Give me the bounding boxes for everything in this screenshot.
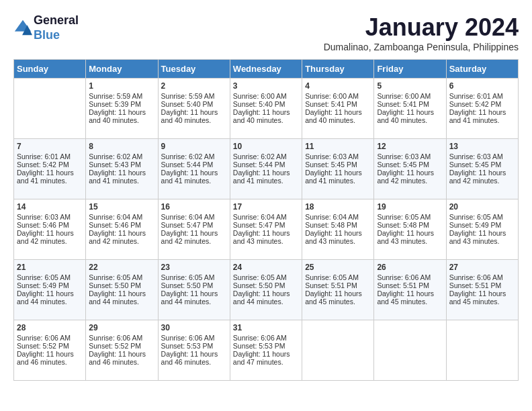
sunset-text: Sunset: 5:47 PM xyxy=(233,221,299,229)
sunset-text: Sunset: 5:44 PM xyxy=(233,161,299,169)
calendar-cell: 31Sunrise: 6:06 AMSunset: 5:53 PMDayligh… xyxy=(230,320,302,381)
sunrise-text: Sunrise: 6:02 AM xyxy=(233,152,299,161)
day-number: 19 xyxy=(377,202,443,212)
calendar-week-row: 21Sunrise: 6:05 AMSunset: 5:49 PMDayligh… xyxy=(14,260,519,320)
day-number: 29 xyxy=(89,323,154,332)
daylight-text: Daylight: 11 hours and 45 minutes. xyxy=(377,289,443,306)
month-title: January 2024 xyxy=(324,13,519,42)
sunrise-text: Sunrise: 6:01 AM xyxy=(17,152,83,161)
sunrise-text: Sunrise: 6:02 AM xyxy=(89,152,154,161)
sunset-text: Sunset: 5:42 PM xyxy=(17,161,83,169)
sunrise-text: Sunrise: 6:05 AM xyxy=(233,273,299,281)
daylight-text: Daylight: 11 hours and 45 minutes. xyxy=(305,289,371,306)
daylight-text: Daylight: 11 hours and 43 minutes. xyxy=(233,229,299,245)
sunset-text: Sunset: 5:51 PM xyxy=(449,281,515,289)
calendar-cell xyxy=(446,320,518,381)
sunset-text: Sunset: 5:51 PM xyxy=(377,281,443,289)
sunset-text: Sunset: 5:52 PM xyxy=(17,342,83,350)
calendar-cell: 23Sunrise: 6:05 AMSunset: 5:50 PMDayligh… xyxy=(158,260,230,320)
day-number: 28 xyxy=(17,323,83,332)
calendar-cell xyxy=(302,320,374,381)
sunset-text: Sunset: 5:50 PM xyxy=(233,281,299,289)
calendar-cell: 6Sunrise: 6:01 AMSunset: 5:42 PMDaylight… xyxy=(446,79,518,139)
weekday-header: Saturday xyxy=(446,60,518,79)
sunrise-text: Sunrise: 6:04 AM xyxy=(305,213,371,221)
sunrise-text: Sunrise: 6:00 AM xyxy=(305,92,371,100)
day-number: 30 xyxy=(161,323,227,332)
day-number: 1 xyxy=(89,81,154,91)
sunrise-text: Sunrise: 6:05 AM xyxy=(161,273,227,281)
daylight-text: Daylight: 11 hours and 42 minutes. xyxy=(161,229,227,245)
sunrise-text: Sunrise: 6:01 AM xyxy=(449,92,515,100)
header-row: SundayMondayTuesdayWednesdayThursdayFrid… xyxy=(14,60,519,79)
calendar-cell: 16Sunrise: 6:04 AMSunset: 5:47 PMDayligh… xyxy=(158,199,230,260)
sunset-text: Sunset: 5:41 PM xyxy=(377,100,443,108)
day-number: 16 xyxy=(161,202,227,212)
daylight-text: Daylight: 11 hours and 46 minutes. xyxy=(89,350,154,366)
sunrise-text: Sunrise: 6:06 AM xyxy=(161,334,227,342)
day-number: 12 xyxy=(377,142,443,151)
weekday-header: Monday xyxy=(86,60,158,79)
weekday-header: Friday xyxy=(374,60,446,79)
sunset-text: Sunset: 5:46 PM xyxy=(17,221,83,229)
sunset-text: Sunset: 5:45 PM xyxy=(305,161,371,169)
sunset-text: Sunset: 5:49 PM xyxy=(17,281,83,289)
subtitle: Dumalinao, Zamboanga Peninsula, Philippi… xyxy=(324,42,519,52)
daylight-text: Daylight: 11 hours and 44 minutes. xyxy=(161,289,227,306)
calendar-week-row: 14Sunrise: 6:03 AMSunset: 5:46 PMDayligh… xyxy=(14,199,519,260)
daylight-text: Daylight: 11 hours and 42 minutes. xyxy=(377,169,443,185)
daylight-text: Daylight: 11 hours and 44 minutes. xyxy=(89,289,154,306)
daylight-text: Daylight: 11 hours and 43 minutes. xyxy=(305,229,371,245)
sunset-text: Sunset: 5:41 PM xyxy=(305,100,371,108)
sunrise-text: Sunrise: 6:03 AM xyxy=(377,152,443,161)
day-number: 18 xyxy=(305,202,371,212)
sunrise-text: Sunrise: 6:05 AM xyxy=(449,213,515,221)
sunrise-text: Sunrise: 6:05 AM xyxy=(17,273,83,281)
day-number: 14 xyxy=(17,202,83,212)
daylight-text: Daylight: 11 hours and 41 minutes. xyxy=(449,108,515,124)
daylight-text: Daylight: 11 hours and 45 minutes. xyxy=(449,289,515,306)
calendar-cell: 4Sunrise: 6:00 AMSunset: 5:41 PMDaylight… xyxy=(302,79,374,139)
sunset-text: Sunset: 5:40 PM xyxy=(233,100,299,108)
daylight-text: Daylight: 11 hours and 41 minutes. xyxy=(233,169,299,185)
day-number: 8 xyxy=(89,142,154,151)
daylight-text: Daylight: 11 hours and 42 minutes. xyxy=(17,229,83,245)
daylight-text: Daylight: 11 hours and 43 minutes. xyxy=(377,229,443,245)
day-number: 2 xyxy=(161,81,227,91)
sunset-text: Sunset: 5:48 PM xyxy=(305,221,371,229)
weekday-header: Tuesday xyxy=(158,60,230,79)
day-number: 25 xyxy=(305,263,371,272)
sunrise-text: Sunrise: 6:06 AM xyxy=(449,273,515,281)
sunset-text: Sunset: 5:47 PM xyxy=(161,221,227,229)
day-number: 26 xyxy=(377,263,443,272)
daylight-text: Daylight: 11 hours and 40 minutes. xyxy=(305,108,371,124)
calendar-cell: 7Sunrise: 6:01 AMSunset: 5:42 PMDaylight… xyxy=(14,139,86,199)
day-number: 7 xyxy=(17,142,83,151)
daylight-text: Daylight: 11 hours and 42 minutes. xyxy=(449,169,515,185)
daylight-text: Daylight: 11 hours and 40 minutes. xyxy=(161,108,227,124)
calendar-cell: 18Sunrise: 6:04 AMSunset: 5:48 PMDayligh… xyxy=(302,199,374,260)
sunrise-text: Sunrise: 6:03 AM xyxy=(305,152,371,161)
sunrise-text: Sunrise: 6:05 AM xyxy=(89,273,154,281)
sunset-text: Sunset: 5:46 PM xyxy=(89,221,154,229)
sunset-text: Sunset: 5:39 PM xyxy=(89,100,154,108)
page-header: General Blue January 2024 Dumalinao, Zam… xyxy=(13,13,519,52)
sunset-text: Sunset: 5:45 PM xyxy=(449,161,515,169)
daylight-text: Daylight: 11 hours and 47 minutes. xyxy=(233,350,299,366)
calendar-cell: 9Sunrise: 6:02 AMSunset: 5:44 PMDaylight… xyxy=(158,139,230,199)
calendar-cell: 22Sunrise: 6:05 AMSunset: 5:50 PMDayligh… xyxy=(86,260,158,320)
daylight-text: Daylight: 11 hours and 46 minutes. xyxy=(17,350,83,366)
sunset-text: Sunset: 5:44 PM xyxy=(161,161,227,169)
day-number: 20 xyxy=(449,202,515,212)
calendar-cell: 3Sunrise: 6:00 AMSunset: 5:40 PMDaylight… xyxy=(230,79,302,139)
daylight-text: Daylight: 11 hours and 40 minutes. xyxy=(377,108,443,124)
day-number: 10 xyxy=(233,142,299,151)
day-number: 24 xyxy=(233,263,299,272)
calendar-cell: 24Sunrise: 6:05 AMSunset: 5:50 PMDayligh… xyxy=(230,260,302,320)
sunrise-text: Sunrise: 6:05 AM xyxy=(305,273,371,281)
sunrise-text: Sunrise: 6:00 AM xyxy=(233,92,299,100)
weekday-header: Wednesday xyxy=(230,60,302,79)
day-number: 21 xyxy=(17,263,83,272)
daylight-text: Daylight: 11 hours and 42 minutes. xyxy=(89,229,154,245)
daylight-text: Daylight: 11 hours and 41 minutes. xyxy=(161,169,227,185)
